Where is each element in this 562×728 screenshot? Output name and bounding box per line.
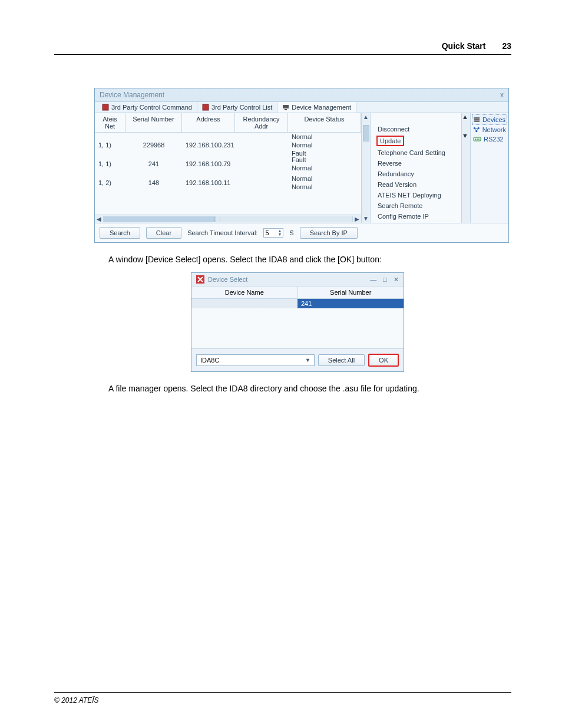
dialog-body [191,308,404,348]
scroll-grip-icon: ⋮⋮ [216,216,219,222]
svg-rect-0 [103,104,108,110]
timeout-input[interactable] [264,229,276,237]
status-text: Normal [292,164,358,172]
dialog-controls: — □ ✕ [365,276,399,284]
cell-status: Fault Normal [288,154,361,173]
right-palette: Devices Network RS232 [470,113,508,223]
command-icon [102,104,109,111]
close-icon[interactable]: x [500,91,504,99]
table-row[interactable]: 1, 1) 241 192.168.100.79 Fault Normal [95,157,361,170]
cell-redundancy [235,163,288,165]
device-grid-pane: Ateis Net Serial Number Address Redundan… [95,113,361,223]
ok-button[interactable]: OK [368,354,399,367]
actions-vertical-scrollbar[interactable]: ▲ ▼ [461,113,470,223]
cell-address: 192.168.100.79 [182,159,235,169]
select-all-button[interactable]: Select All [318,354,365,366]
action-reverse[interactable]: Reverse [376,159,455,167]
status-text: Fault [292,156,358,164]
tab-device-management[interactable]: Device Management [277,102,356,113]
svg-rect-6 [474,121,480,122]
dialog-title: Device Select [208,276,247,283]
scroll-thumb[interactable] [104,216,216,222]
dialog-bottom-bar: IDA8C ▼ Select All OK [191,348,404,371]
svg-rect-1 [203,104,209,110]
window-title: Device Management [100,91,164,99]
col-serial-number[interactable]: Serial Number [125,113,182,132]
palette-network[interactable]: Network [472,125,507,134]
scroll-up-icon[interactable]: ▲ [462,113,470,120]
cell-status: Normal Normal [288,173,361,192]
scroll-down-icon[interactable]: ▼ [362,215,370,223]
app-icon [196,275,204,284]
tab-3rd-party-command[interactable]: 3rd Party Control Command [97,102,197,113]
action-ateis-net-deploying[interactable]: ATEIS NET Deploying [376,191,455,199]
grid-body: 1, 1) 229968 192.168.100.231 Normal Norm… [95,133,361,215]
action-config-remote-ip[interactable]: Config Remote IP [376,212,455,220]
page-number: 23 [502,41,511,51]
status-text: Normal [292,174,358,183]
spinner-down-icon[interactable]: ▼ [277,233,282,236]
horizontal-scrollbar[interactable]: ◀ ⋮⋮ ▶ [95,215,361,223]
search-by-ip-button[interactable]: Search By IP [300,227,358,239]
bottom-bar: Search Clear Search Timeout Interval: ▲▼… [95,223,508,242]
action-search-remote[interactable]: Search Remote [376,202,455,210]
search-button[interactable]: Search [100,227,140,239]
scroll-thumb[interactable] [462,120,470,132]
col-device-status[interactable]: Device Status [288,113,361,132]
maximize-icon[interactable]: □ [383,276,387,283]
table-row[interactable]: 1, 2) 148 192.168.100.11 Normal Normal [95,170,361,195]
action-redundancy[interactable]: Redundancy [376,170,455,178]
action-read-version[interactable]: Read Version [376,180,455,189]
caption-file-manager: A file manager opens. Select the IDA8 di… [108,384,511,393]
tab-bar: 3rd Party Control Command 3rd Party Cont… [95,101,508,113]
scroll-down-icon[interactable]: ▼ [462,132,470,139]
palette-rs232[interactable]: RS232 [472,134,507,144]
cell-net: 1, 2) [95,178,125,187]
action-telephone-card[interactable]: Telephone Card Setting [376,149,455,157]
caption-device-select: A window [Device Select] opens. Select t… [108,255,511,264]
scroll-track[interactable]: ⋮⋮ [103,216,353,222]
clear-button[interactable]: Clear [146,227,181,239]
tab-label: 3rd Party Control List [211,104,272,111]
svg-rect-2 [283,105,289,108]
cell-serial: 241 [125,159,182,169]
timeout-unit: S [289,229,293,236]
device-select-dialog: Device Select — □ ✕ Device Name Serial N… [191,272,404,372]
minimize-icon[interactable]: — [370,276,376,283]
cell-redundancy [235,182,288,184]
scroll-right-icon[interactable]: ▶ [353,216,361,222]
spinner-arrows[interactable]: ▲▼ [276,229,283,236]
scroll-track[interactable] [462,120,470,132]
tab-label: 3rd Party Control Command [111,104,192,111]
col-redundancy-addr[interactable]: Redundancy Addr [235,113,288,132]
scroll-up-icon[interactable]: ▲ [362,113,370,121]
scroll-track[interactable] [362,121,370,215]
page-header: Quick Start 23 [54,41,511,55]
col-address[interactable]: Address [182,113,235,132]
grid-vertical-scrollbar[interactable]: ▲ ▼ [361,113,370,223]
palette-label: Devices [482,116,505,123]
table-row[interactable]: 1, 1) 229968 192.168.100.231 Normal Norm… [95,133,361,157]
device-type-combo[interactable]: IDA8C ▼ [196,354,315,366]
action-update[interactable]: Update [376,136,404,146]
dialog-titlebar: Device Select — □ ✕ [191,273,404,286]
palette-label: RS232 [484,136,504,143]
palette-devices[interactable]: Devices [472,114,507,125]
action-disconnect[interactable]: Disconnect [376,125,455,133]
timeout-spinner[interactable]: ▲▼ [263,228,283,238]
col-serial-number[interactable]: Serial Number [298,286,404,298]
cell-device-name [191,299,297,308]
scroll-left-icon[interactable]: ◀ [95,216,103,222]
scroll-thumb[interactable] [363,125,369,141]
col-ateis-net[interactable]: Ateis Net [95,113,125,132]
status-text: Normal [292,133,358,141]
svg-rect-4 [474,117,480,118]
status-text: Normal [292,183,358,191]
col-device-name[interactable]: Device Name [191,286,298,298]
tab-3rd-party-list[interactable]: 3rd Party Control List [197,102,277,113]
close-icon[interactable]: ✕ [394,276,399,283]
devices-icon [474,116,480,123]
dialog-row[interactable]: 241 [191,299,404,308]
list-icon [202,104,209,111]
combo-value: IDA8C [200,357,219,364]
